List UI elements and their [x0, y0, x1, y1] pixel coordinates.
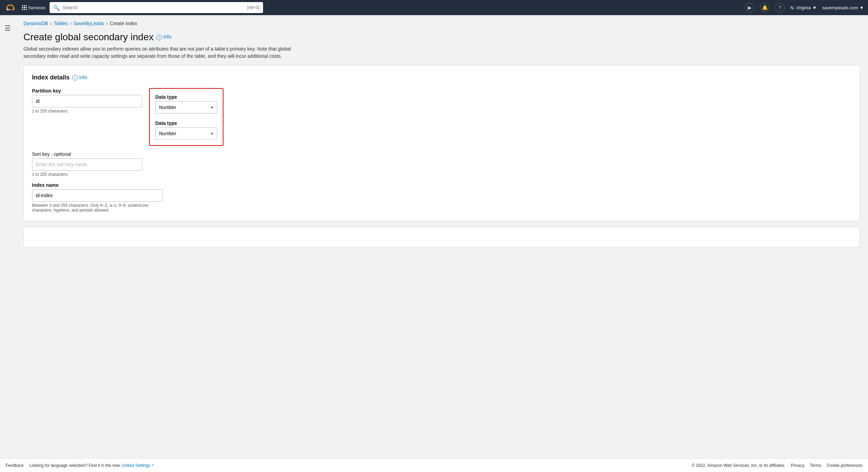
page-description: Global secondary indexes allow you to pe… — [23, 45, 299, 60]
sort-data-type-field: Data type String Number Binary ▼ — [155, 120, 217, 140]
search-bar[interactable]: 🔍 [Alt+S] — [50, 2, 263, 13]
sort-key-label: Sort key - optional — [32, 151, 142, 157]
sort-key-optional-text: optional — [54, 151, 71, 157]
breadcrumb: DynamoDB › Tables › SaveMyLeads › Create… — [15, 15, 868, 29]
top-navigation: aws Services 🔍 [Alt+S] ▶ 🔔 ? N. Virginia… — [0, 0, 868, 15]
account-chevron: ▼ — [859, 5, 864, 10]
feedback-button[interactable]: Feedback — [6, 463, 24, 468]
services-button[interactable]: Services — [22, 5, 45, 10]
card-title: Index details — [32, 74, 70, 81]
search-input[interactable] — [63, 5, 244, 10]
terms-link[interactable]: Terms — [810, 463, 821, 468]
card-title-row: Index details i Info — [32, 74, 851, 81]
partition-key-field: Partition key 1 to 255 characters. — [32, 88, 142, 114]
footer-notification: Looking for language selection? Find it … — [29, 463, 692, 468]
index-name-field: Index name Between 3 and 255 characters.… — [32, 182, 163, 213]
sort-data-type-label: Data type — [155, 120, 217, 126]
partition-data-type-select[interactable]: String Number Binary — [155, 101, 217, 114]
partition-data-type-field: Data type String Number Binary ▼ — [155, 94, 217, 114]
services-label: Services — [28, 5, 45, 10]
breadcrumb-dynamodb[interactable]: DynamoDB — [23, 21, 48, 26]
grid-icon — [22, 5, 27, 10]
sort-data-type-select[interactable]: String Number Binary — [155, 127, 217, 140]
terminal-icon[interactable]: ▶ — [745, 3, 754, 12]
bell-icon[interactable]: 🔔 — [760, 3, 770, 12]
page-title: Create global secondary index — [23, 32, 154, 43]
main-content: DynamoDB › Tables › SaveMyLeads › Create… — [0, 15, 868, 458]
region-chevron: ▼ — [812, 5, 817, 10]
page-info-icon: i — [156, 35, 162, 40]
privacy-link[interactable]: Privacy — [791, 463, 804, 468]
sort-key-row: Sort key - optional 1 to 255 characters. — [32, 151, 851, 177]
account-label: savemyleads.com — [822, 5, 858, 10]
card-info-icon: i — [72, 75, 78, 81]
partition-key-row: Partition key 1 to 255 characters. Data … — [32, 88, 851, 146]
sidebar-toggle[interactable]: ☰ — [0, 21, 15, 36]
sort-key-input[interactable] — [32, 158, 142, 171]
second-card-partial — [23, 227, 860, 247]
sort-key-label-text: Sort key - — [32, 151, 54, 157]
breadcrumb-sep-2: › — [70, 21, 72, 26]
search-shortcut: [Alt+S] — [247, 5, 260, 10]
breadcrumb-tables[interactable]: Tables — [54, 21, 67, 26]
index-name-hint: Between 3 and 255 characters. Only A–Z, … — [32, 203, 163, 213]
page-info-link[interactable]: i Info — [156, 34, 171, 40]
svg-text:aws: aws — [7, 8, 11, 11]
sort-key-hint: 1 to 255 characters. — [32, 172, 142, 177]
index-name-input[interactable] — [32, 189, 163, 202]
index-details-card: Index details i Info Partition key 1 to … — [23, 65, 860, 221]
region-selector[interactable]: N. Virginia ▼ — [790, 5, 817, 10]
search-icon: 🔍 — [53, 4, 60, 11]
card-info-label: Info — [79, 75, 87, 80]
account-selector[interactable]: savemyleads.com ▼ — [822, 5, 864, 10]
unified-settings-link[interactable]: Unified Settings ↗ — [121, 463, 154, 468]
partition-key-label: Partition key — [32, 88, 142, 94]
sort-data-type-select-wrap: String Number Binary ▼ — [155, 127, 217, 140]
breadcrumb-current: Create index — [110, 21, 137, 26]
breadcrumb-savemyleads[interactable]: SaveMyLeads — [73, 21, 104, 26]
index-name-label: Index name — [32, 182, 163, 188]
page-header: Create global secondary index i Info Glo… — [15, 29, 868, 65]
data-type-box: Data type String Number Binary ▼ Data ty… — [149, 88, 223, 146]
help-icon[interactable]: ? — [775, 3, 785, 12]
breadcrumb-sep-3: › — [106, 21, 108, 26]
breadcrumb-sep-1: › — [50, 21, 52, 26]
page-title-row: Create global secondary index i Info — [23, 32, 860, 43]
sort-key-field: Sort key - optional 1 to 255 characters. — [32, 151, 142, 177]
external-link-icon: ↗ — [151, 463, 154, 467]
nav-right: ▶ 🔔 ? N. Virginia ▼ savemyleads.com ▼ — [745, 3, 864, 12]
region-label: N. Virginia — [790, 5, 811, 10]
footer-right: © 2022, Amazon Web Services, Inc. or its… — [692, 463, 862, 468]
page-info-label: Info — [163, 34, 171, 40]
card-info-link[interactable]: i Info — [72, 75, 87, 81]
cookie-link[interactable]: Cookie preferences — [827, 463, 862, 468]
footer: Feedback Looking for language selection?… — [0, 458, 868, 472]
aws-logo[interactable]: aws — [4, 3, 17, 12]
partition-data-type-label: Data type — [155, 94, 217, 100]
copyright-text: © 2022, Amazon Web Services, Inc. or its… — [692, 463, 785, 468]
partition-key-input[interactable] — [32, 95, 142, 107]
unified-settings-label: Unified Settings — [121, 463, 150, 468]
partition-key-hint: 1 to 255 characters. — [32, 109, 142, 114]
partition-data-type-select-wrap: String Number Binary ▼ — [155, 101, 217, 114]
notification-text: Looking for language selection? Find it … — [29, 463, 120, 468]
